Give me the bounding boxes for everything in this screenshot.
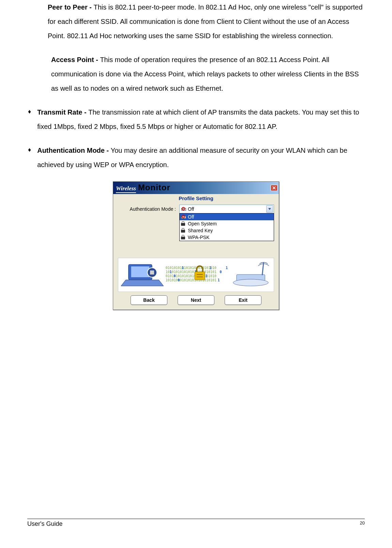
svg-text:1010101010101010101010101: 1010101010101010101010101	[166, 278, 216, 282]
back-button[interactable]: Back	[131, 295, 167, 305]
paragraph-access-point: Access Point - This mode of operation re…	[51, 53, 365, 95]
text-peer-to-peer: This is 802.11 peer-to-peer mode. In 802…	[48, 3, 363, 40]
off-icon	[181, 214, 186, 219]
footer-guide-label: User's Guide	[27, 520, 62, 528]
label-auth-mode: Authentication Mode -	[37, 147, 111, 154]
section-title: Profile Setting	[118, 195, 274, 201]
brand-monitor: Monitor	[138, 183, 170, 192]
svg-text:1010101010101010101010101: 1010101010101010101010101	[166, 270, 216, 274]
svg-line-6	[262, 262, 263, 275]
svg-text:0: 0	[174, 274, 176, 278]
svg-rect-3	[150, 270, 154, 275]
option-label: Shared Key	[188, 228, 213, 233]
off-icon	[181, 207, 186, 211]
option-shared-key[interactable]: Shared Key	[180, 227, 274, 234]
auth-mode-combobox[interactable]: Off Off Open Sys	[179, 205, 274, 213]
dialog-button-row: Back Next Exit	[118, 292, 274, 306]
page-number: 20	[360, 520, 365, 528]
diamond-bullet-icon: ♦	[28, 108, 31, 115]
lock-icon	[181, 221, 186, 226]
svg-rect-21	[195, 272, 205, 280]
auth-mode-dropdown-list: Off Open System Shared Key	[179, 213, 274, 241]
exit-button[interactable]: Exit	[225, 295, 261, 305]
svg-point-5	[233, 279, 268, 286]
brand-wireless: Wireless	[116, 185, 136, 193]
svg-text:0101010101010101010101010: 0101010101010101010101010	[166, 266, 216, 270]
chevron-down-icon	[266, 205, 273, 213]
lock-icon	[181, 228, 186, 233]
svg-text:0: 0	[220, 270, 222, 274]
combobox-value: Off	[188, 206, 194, 212]
option-label: Off	[188, 214, 194, 220]
svg-rect-1	[131, 266, 150, 277]
svg-text:1: 1	[206, 274, 208, 278]
bullet-auth-mode: ♦ Authentication Mode - You may desire a…	[27, 143, 365, 172]
svg-text:1: 1	[170, 270, 172, 274]
page-footer: User's Guide 20	[27, 519, 365, 528]
label-peer-to-peer: Peer to Peer -	[48, 3, 94, 11]
diamond-bullet-icon: ♦	[28, 146, 31, 153]
option-off[interactable]: Off	[180, 213, 274, 220]
app-brand: Wireless Monitor	[116, 183, 170, 193]
option-label: Open System	[188, 221, 217, 226]
svg-text:1: 1	[210, 266, 212, 270]
next-button[interactable]: Next	[178, 295, 214, 305]
label-access-point: Access Point -	[51, 56, 100, 63]
option-wpa-psk[interactable]: WPA-PSK	[180, 234, 274, 241]
auth-mode-label: Authentication Mode :	[118, 206, 176, 212]
svg-text:0: 0	[178, 278, 180, 282]
svg-text:1: 1	[217, 278, 220, 282]
close-button[interactable]	[271, 185, 277, 191]
auth-mode-row: Authentication Mode : Off	[118, 205, 274, 213]
close-icon	[272, 186, 276, 190]
dialog-titlebar: Wireless Monitor	[113, 182, 279, 194]
option-open-system[interactable]: Open System	[180, 220, 274, 227]
label-transmit-rate: Transmit Rate -	[37, 108, 88, 116]
svg-text:0101010101010101010101010: 0101010101010101010101010	[166, 274, 216, 278]
lock-icon	[181, 235, 186, 240]
svg-text:1: 1	[182, 266, 184, 270]
bullet-transmit-rate: ♦ Transmit Rate - The transmission rate …	[27, 105, 365, 134]
paragraph-peer-to-peer: Peer to Peer - This is 802.11 peer-to-pe…	[48, 0, 365, 43]
option-label: WPA-PSK	[188, 235, 210, 240]
network-illustration: 0101010101010101010101010 10101010101010…	[118, 258, 274, 292]
svg-text:1: 1	[226, 266, 228, 270]
wireless-monitor-dialog: Wireless Monitor Profile Setting Authent…	[113, 181, 279, 310]
